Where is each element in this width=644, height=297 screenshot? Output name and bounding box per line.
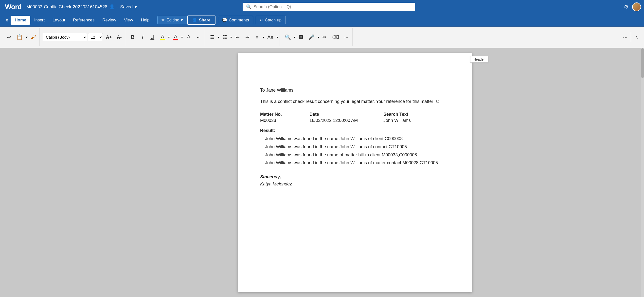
editing-pencil-icon: ✏ bbox=[162, 17, 165, 23]
font-name-selector[interactable]: Calibri (Body) bbox=[43, 33, 87, 41]
scrollbar-thumb[interactable] bbox=[641, 48, 644, 78]
ribbon-group-tools: 🔍 ▾ 🖼 🎤 ▾ ✏ ⌫ ··· bbox=[281, 28, 352, 46]
search-input[interactable] bbox=[254, 4, 412, 9]
saved-label[interactable]: Saved bbox=[120, 4, 133, 9]
pen-button[interactable]: ✏ bbox=[320, 33, 329, 42]
co-author-icon: 👤 bbox=[109, 4, 115, 9]
document-table: Matter No. Date Search Text M00033 16/03… bbox=[260, 112, 450, 123]
col3-value: John Williams bbox=[384, 118, 433, 123]
search-container: 🔍 bbox=[242, 3, 415, 11]
search-dropdown[interactable]: ▾ bbox=[294, 35, 296, 39]
word-logo: Word bbox=[3, 2, 24, 11]
increase-font-button[interactable]: A+ bbox=[104, 33, 114, 42]
eraser-brush-button[interactable]: ⌫ bbox=[330, 33, 341, 42]
align-button[interactable]: ≡ bbox=[253, 33, 262, 42]
menu-item-view[interactable]: View bbox=[120, 16, 137, 25]
catchup-button[interactable]: ↩ Catch up bbox=[256, 16, 286, 24]
undo-button[interactable]: ↩ bbox=[4, 33, 13, 42]
strikethrough-icon: A bbox=[187, 34, 190, 39]
increase-indent-button[interactable]: ⇥ bbox=[243, 33, 252, 42]
insert-picture-button[interactable]: 🖼 bbox=[296, 33, 306, 42]
format-painter-button[interactable]: 🖌 bbox=[28, 33, 38, 42]
result-item-1: John Williams was found in the name John… bbox=[265, 135, 450, 142]
result-item-3: John Williams was found in the name of m… bbox=[265, 151, 450, 159]
numbered-list-dropdown[interactable]: ▾ bbox=[230, 35, 232, 39]
result-section: Result: John Williams was found in the n… bbox=[260, 128, 450, 166]
ribbon-group-paragraph: ☰ ▾ ☷ ▾ ⇤ ⇥ ≡ ▾ Aa ▾ bbox=[206, 28, 280, 46]
decrease-font-button[interactable]: A- bbox=[115, 33, 124, 42]
title-bar: Word M00033-ConflictCheck-20220316104528… bbox=[0, 0, 644, 14]
highlight-yellow-bar bbox=[160, 39, 165, 40]
table-data-row: M00033 16/03/2022 12:00:00 AM John Willi… bbox=[260, 118, 450, 123]
styles-button[interactable]: Aa bbox=[265, 33, 275, 42]
saved-dropdown-icon[interactable]: ▾ bbox=[134, 4, 137, 9]
decrease-indent-button[interactable]: ⇤ bbox=[233, 33, 242, 42]
file-name: M00033-ConflictCheck-20220316104528 👤 - … bbox=[26, 4, 137, 9]
editing-dropdown-icon: ▾ bbox=[181, 17, 183, 23]
comments-icon: 💬 bbox=[222, 17, 227, 23]
italic-button[interactable]: I bbox=[138, 33, 147, 42]
styles-dropdown[interactable]: ▾ bbox=[276, 35, 278, 39]
document-container[interactable]: Header To Jane Williams This is a confli… bbox=[69, 48, 641, 297]
document-area: Header To Jane Williams This is a confli… bbox=[0, 48, 644, 297]
strikethrough-button[interactable]: A bbox=[184, 33, 193, 42]
document-body: To Jane Williams This is a conflict chec… bbox=[260, 88, 450, 187]
ribbon-divider bbox=[631, 32, 631, 42]
col2-value: 16/03/2022 12:00:00 AM bbox=[310, 118, 384, 123]
numbered-list-button[interactable]: ☷ bbox=[220, 33, 229, 42]
menu-bar-right: 👤 Share 💬 Comments ↩ Catch up bbox=[187, 15, 290, 25]
clipboard-button[interactable]: 📋 bbox=[14, 33, 25, 42]
ribbon-more-button[interactable]: ··· bbox=[621, 33, 630, 42]
ribbon-group-format: B I U A ▾ A ▾ A ··· bbox=[127, 28, 205, 46]
left-sidebar bbox=[0, 48, 69, 297]
highlight-yellow-icon: A bbox=[161, 34, 164, 39]
share-icon: 👤 bbox=[192, 17, 197, 23]
strikethrough-bar bbox=[186, 39, 191, 40]
clipboard-dropdown[interactable]: ▾ bbox=[26, 35, 28, 39]
ribbon-group-clipboard: ↩ 📋 ▾ 🖌 bbox=[3, 28, 40, 46]
mic-dropdown[interactable]: ▾ bbox=[318, 35, 319, 39]
font-size-selector[interactable]: 12 bbox=[88, 33, 103, 41]
bold-button[interactable]: B bbox=[128, 33, 137, 42]
settings-icon[interactable]: ⚙ bbox=[624, 4, 629, 10]
ribbon-group-font: Calibri (Body) 12 A+ A- bbox=[41, 28, 125, 46]
comments-label: Comments bbox=[229, 18, 249, 23]
collapse-ribbon-button[interactable]: ∧ bbox=[632, 33, 641, 42]
result-items: John Williams was found in the name John… bbox=[260, 135, 450, 166]
menu-item-layout[interactable]: Layout bbox=[48, 16, 69, 25]
share-button[interactable]: 👤 Share bbox=[187, 15, 215, 25]
menu-item-references[interactable]: References bbox=[69, 16, 98, 25]
font-color-bar bbox=[173, 39, 178, 40]
comments-button[interactable]: 💬 Comments bbox=[218, 16, 253, 24]
separator: - bbox=[116, 4, 118, 9]
avatar[interactable] bbox=[632, 2, 641, 11]
result-item-4: John Williams was found in the name John… bbox=[265, 159, 450, 166]
title-bar-right: ⚙ bbox=[624, 2, 641, 11]
catchup-label: Catch up bbox=[265, 18, 282, 23]
menu-item-partial-left[interactable]: e bbox=[2, 16, 10, 25]
search-doc-button[interactable]: 🔍 bbox=[283, 33, 293, 42]
font-color-button[interactable]: A bbox=[171, 33, 180, 42]
font-color-dropdown[interactable]: ▾ bbox=[181, 35, 183, 39]
scrollbar[interactable] bbox=[641, 48, 644, 297]
more-formatting-button[interactable]: ··· bbox=[194, 33, 203, 42]
file-name-text: M00033-ConflictCheck-20220316104528 bbox=[26, 4, 107, 9]
underline-button[interactable]: U bbox=[148, 33, 157, 42]
menu-bar: e Home Insert Layout References Review V… bbox=[0, 14, 644, 26]
menu-item-help[interactable]: Help bbox=[137, 16, 154, 25]
menu-item-insert[interactable]: Insert bbox=[30, 16, 49, 25]
highlight-yellow-button[interactable]: A bbox=[158, 33, 167, 42]
bullet-list-button[interactable]: ☰ bbox=[208, 33, 217, 42]
col1-header: Matter No. bbox=[260, 112, 310, 117]
align-dropdown[interactable]: ▾ bbox=[262, 35, 264, 39]
microphone-button[interactable]: 🎤 bbox=[306, 33, 316, 42]
editing-button[interactable]: ✏ Editing ▾ bbox=[157, 16, 187, 24]
right-panel bbox=[641, 48, 644, 297]
result-label: Result: bbox=[260, 128, 450, 133]
bullet-list-dropdown[interactable]: ▾ bbox=[218, 35, 220, 39]
search-icon: 🔍 bbox=[246, 4, 252, 9]
menu-item-home[interactable]: Home bbox=[10, 16, 30, 25]
highlight-yellow-dropdown[interactable]: ▾ bbox=[168, 35, 170, 39]
more-tools-button[interactable]: ··· bbox=[342, 33, 351, 42]
menu-item-review[interactable]: Review bbox=[98, 16, 120, 25]
